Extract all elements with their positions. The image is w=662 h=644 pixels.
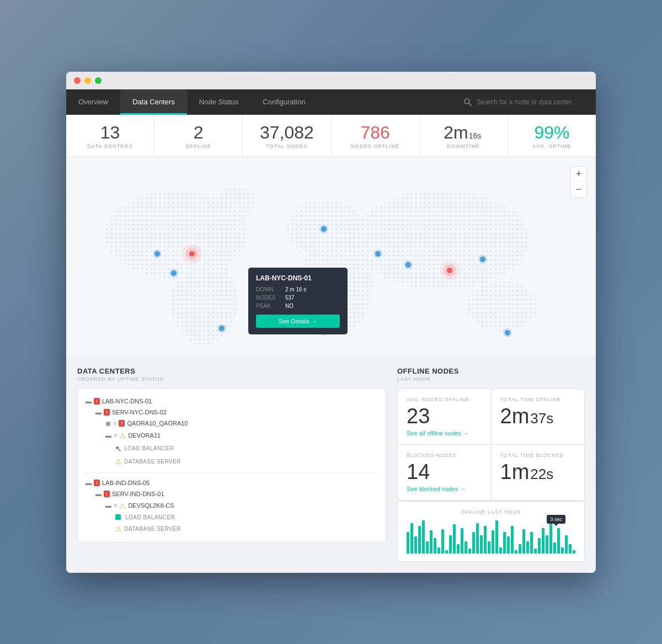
dc-row-db-server-2[interactable]: ⚠ DATABASE SERVER	[86, 523, 378, 535]
tab-data-centers[interactable]: Data Centers	[120, 89, 187, 115]
collapse-icon[interactable]: ▬	[86, 398, 92, 405]
dc-row-devora11[interactable]: ▬ ≡ ⚠ DEVORA11	[86, 429, 378, 442]
see-blocked-link[interactable]: See blocked nodes →	[407, 486, 482, 492]
dc-row-db-server-1[interactable]: ⚠ DATABASE SERVER	[86, 455, 378, 468]
chart-bar	[519, 544, 521, 553]
chart-bar	[530, 532, 533, 553]
error-badge: !	[94, 480, 100, 486]
warn-badge: ⚠	[119, 502, 126, 510]
svg-point-9	[218, 186, 257, 217]
chart-bar	[569, 544, 572, 553]
dc-row-load-balancer-2[interactable]: LOAD BALANCER	[86, 512, 378, 523]
collapse-icon[interactable]: ▬	[95, 409, 102, 416]
map-dot-eu[interactable]	[321, 226, 327, 232]
stat-value-nodes-offline: 786	[337, 124, 414, 141]
map-dot-asia-e[interactable]	[447, 268, 452, 273]
dc-row-serv-nyc[interactable]: ▬ ! SERV-NYC-DNS-02	[86, 407, 378, 418]
maximize-dot[interactable]	[95, 77, 102, 84]
dc-tree: ▬ ! LAB-NYC-DNS-01 ▬ ! SERV-NYC-DNS-02 ▣…	[77, 388, 386, 542]
chart-bar	[561, 547, 564, 553]
chart-label: OFFLINE LAST HOUR	[407, 509, 575, 515]
map-dot-au[interactable]	[505, 330, 510, 336]
warn-badge: ⚠	[115, 525, 122, 533]
svg-point-4	[171, 257, 237, 345]
avg-offline-value: 23	[407, 406, 482, 427]
stat-value-avg-uptime: 99%	[514, 124, 590, 141]
chart-bar	[515, 550, 517, 553]
chart-bar	[434, 538, 436, 553]
map-dot-in[interactable]	[405, 262, 411, 268]
map-dot-na-w[interactable]	[154, 251, 160, 257]
chart-bar	[522, 529, 525, 553]
map-dot-me[interactable]	[375, 251, 381, 257]
chart-bar	[495, 520, 498, 553]
dc-row-serv-ind[interactable]: ▬ ! SERV-IND-DNS-01	[86, 488, 378, 499]
stat-data-centers: 13 DATA CENTERS	[66, 115, 154, 157]
chart-bar	[484, 526, 487, 553]
tab-overview[interactable]: Overview	[66, 89, 120, 115]
total-time-blocked-value: 1m 22s	[500, 461, 576, 483]
map-dot-asia-fe[interactable]	[480, 257, 485, 262]
metric-avg-offline: AVG. NODES OFFLINE 23 See all offline no…	[398, 389, 491, 444]
see-details-button[interactable]: See Details →	[256, 315, 340, 328]
stat-value-total-nodes: 37,082	[248, 124, 325, 141]
chart-bar	[472, 532, 475, 553]
map-dot-sa[interactable]	[219, 326, 225, 331]
error-badge: !	[94, 398, 100, 405]
collapse-icon[interactable]: ▬	[95, 491, 102, 497]
chart-bar	[549, 523, 552, 553]
dc-row-lab-nyc[interactable]: ▬ ! LAB-NYC-DNS-01	[86, 396, 378, 407]
tooltip-row-peak: PEAK NO	[256, 303, 340, 309]
stat-value-data-centers: 13	[72, 124, 148, 141]
chart-bar	[468, 549, 471, 553]
error-badge: !	[104, 409, 110, 416]
svg-point-0	[465, 99, 469, 104]
dc-row-load-balancer-1[interactable]: ↖ LOAD BALANCER	[86, 442, 378, 455]
close-dot[interactable]	[74, 77, 81, 84]
chart-bar	[553, 542, 556, 553]
metric-total-time-offline: TOTAL TIME OFFLINE 2m 37s	[492, 389, 585, 444]
stat-label-avg-uptime: AVG. UPTIME	[514, 143, 590, 149]
collapse-icon[interactable]: ▬	[86, 480, 92, 486]
chart-bar	[507, 536, 510, 553]
tab-configuration[interactable]: Configuration	[250, 89, 317, 115]
search-input[interactable]	[477, 98, 587, 106]
dc-panel: DATA CENTERS ORDERED BY UPTIME STATUS ▬ …	[77, 367, 386, 562]
dc-row-devsql[interactable]: ▬ ≡ ⚠ DEVSQL2K8-CS	[86, 499, 378, 512]
zoom-in-button[interactable]: +	[571, 167, 586, 182]
svg-line-1	[469, 103, 472, 106]
dc-panel-title: DATA CENTERS	[77, 367, 386, 375]
svg-point-7	[353, 190, 530, 290]
total-time-value: 2m 37s	[500, 406, 576, 427]
dc-row-qaora10[interactable]: ▣ ≡ ! QAORA10_QAORA10	[86, 418, 378, 429]
metrics-grid: AVG. NODES OFFLINE 23 See all offline no…	[397, 388, 585, 501]
stat-offline: 2 OFFLINE	[154, 115, 243, 157]
stat-avg-uptime: 99% AVG. UPTIME	[508, 115, 596, 157]
collapse-icon[interactable]: ▬	[105, 502, 111, 509]
cursor-icon: ↖	[115, 444, 122, 453]
collapse-icon[interactable]: ▣	[105, 420, 111, 427]
chart-bar	[457, 544, 460, 553]
chart-bar	[407, 532, 409, 553]
stat-downtime: 2m 16s DOWNTIME	[420, 115, 508, 157]
chart-bar	[418, 526, 421, 553]
map-dot-na-e[interactable]	[171, 270, 177, 276]
chart-bar	[461, 528, 463, 553]
tab-node-status[interactable]: Node Status	[187, 89, 251, 115]
chart-bar	[476, 523, 479, 553]
chart-bar	[492, 530, 494, 553]
chart-bars: 3 sec	[407, 520, 575, 553]
collapse-icon[interactable]: ▬	[105, 432, 111, 439]
warn-badge: ⚠	[115, 457, 122, 466]
see-all-offline-link[interactable]: See all offline nodes →	[407, 430, 482, 437]
minimize-dot[interactable]	[84, 77, 91, 84]
map-dot-nyc[interactable]	[189, 251, 195, 257]
tooltip-row-nodes: NODES 537	[256, 295, 340, 301]
blocked-nodes-label: BLOCKED NODES	[407, 453, 482, 458]
dc-panel-subtitle: ORDERED BY UPTIME STATUS	[77, 376, 386, 382]
chart-bar	[437, 547, 440, 553]
zoom-out-button[interactable]: −	[571, 182, 586, 198]
dc-row-lab-ind[interactable]: ▬ ! LAB-IND-DNS-05	[86, 472, 378, 488]
bottom-section: DATA CENTERS ORDERED BY UPTIME STATUS ▬ …	[66, 356, 596, 573]
stat-label-downtime: DOWNTIME	[425, 143, 502, 149]
